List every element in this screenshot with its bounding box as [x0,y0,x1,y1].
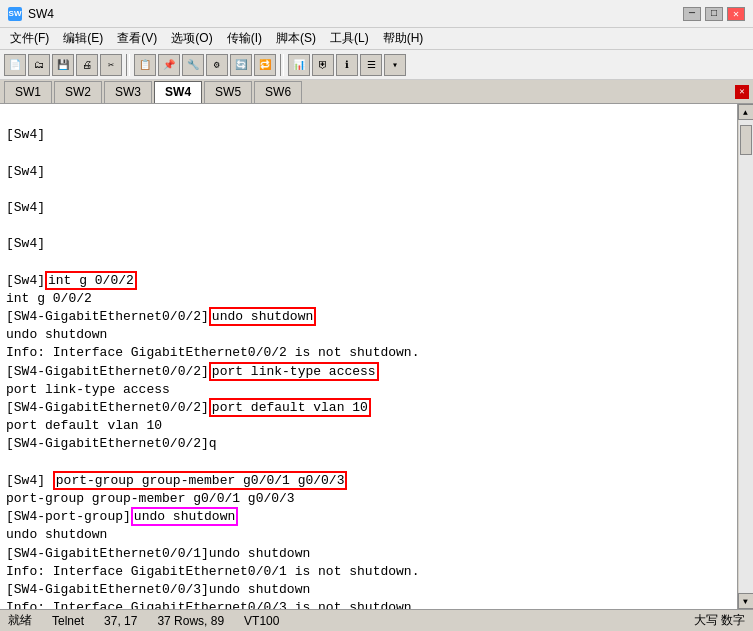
line-15: port link-type access [6,382,170,397]
line-14: [SW4-GigabitEthernet0/0/2]port link-type… [6,362,379,381]
status-position: 37, 17 [104,614,137,628]
tab-sw6[interactable]: SW6 [254,81,302,103]
separator-1 [126,54,130,76]
line-1: [Sw4] [6,127,45,142]
status-mode: 就绪 [8,612,32,629]
menu-tools[interactable]: 工具(L) [324,29,375,48]
toolbar-btn-14[interactable]: ℹ [336,54,358,76]
highlight-port-default-vlan-10: port default vlan 10 [209,398,371,417]
toolbar-btn-5[interactable]: ✂ [100,54,122,76]
line-18: [SW4-GigabitEthernet0/0/2]q [6,436,217,451]
line-25: Info: Interface GigabitEthernet0/0/1 is … [6,564,419,579]
highlight-undo-shutdown-2: undo shutdown [131,507,238,526]
status-ime: 大写 数字 [694,612,745,629]
toolbar: 📄 🗂 💾 🖨 ✂ 📋 📌 🔧 ⚙ 🔄 🔁 📊 ⛨ ℹ ☰ ▾ [0,50,753,80]
toolbar-btn-10[interactable]: 🔄 [230,54,252,76]
line-10: int g 0/0/2 [6,291,92,306]
highlight-port-link-type-1: port link-type access [209,362,379,381]
line-16: [SW4-GigabitEthernet0/0/2]port default v… [6,398,371,417]
line-22: [SW4-port-group]undo shutdown [6,507,238,526]
toolbar-btn-7[interactable]: 📌 [158,54,180,76]
status-protocol: Telnet [52,614,84,628]
scroll-up[interactable]: ▲ [738,104,754,120]
line-11: [SW4-GigabitEthernet0/0/2]undo shutdown [6,307,316,326]
maximize-button[interactable]: □ [705,7,723,21]
separator-2 [280,54,284,76]
menu-help[interactable]: 帮助(H) [377,29,430,48]
tabs-close-button[interactable]: ✕ [735,85,749,99]
tab-sw4[interactable]: SW4 [154,81,202,103]
title-left: SW SW4 [8,7,54,21]
scroll-thumb[interactable] [740,125,752,155]
toolbar-btn-16[interactable]: ▾ [384,54,406,76]
line-23: undo shutdown [6,527,107,542]
minimize-button[interactable]: ─ [683,7,701,21]
menu-view[interactable]: 查看(V) [111,29,163,48]
highlight-undo-shutdown-1: undo shutdown [209,307,316,326]
toolbar-btn-9[interactable]: ⚙ [206,54,228,76]
status-bar: 就绪 Telnet 37, 17 37 Rows, 89 VT100 大写 数字 [0,609,753,631]
menu-transfer[interactable]: 传输(I) [221,29,268,48]
scrollbar[interactable]: ▲ ▼ [737,104,753,609]
toolbar-btn-12[interactable]: 📊 [288,54,310,76]
tab-sw3[interactable]: SW3 [104,81,152,103]
status-terminal: VT100 [244,614,279,628]
line-13: Info: Interface GigabitEthernet0/0/2 is … [6,345,419,360]
toolbar-btn-13[interactable]: ⛨ [312,54,334,76]
toolbar-btn-2[interactable]: 🗂 [28,54,50,76]
line-21: port-group group-member g0/0/1 g0/0/3 [6,491,295,506]
menu-options[interactable]: 选项(O) [165,29,218,48]
close-button[interactable]: ✕ [727,7,745,21]
tab-sw2[interactable]: SW2 [54,81,102,103]
tab-sw1[interactable]: SW1 [4,81,52,103]
menu-edit[interactable]: 编辑(E) [57,29,109,48]
toolbar-btn-11[interactable]: 🔁 [254,54,276,76]
scroll-track[interactable] [739,120,753,593]
menu-script[interactable]: 脚本(S) [270,29,322,48]
line-27: Info: Interface GigabitEthernet0/0/3 is … [6,600,419,609]
line-7: [Sw4] [6,236,45,251]
highlight-int-cmd: int g 0/0/2 [45,271,137,290]
line-5: [Sw4] [6,200,45,215]
line-17: port default vlan 10 [6,418,162,433]
status-dimensions: 37 Rows, 89 [157,614,224,628]
scroll-down[interactable]: ▼ [738,593,754,609]
terminal-wrapper: [Sw4] [Sw4] [Sw4] [Sw4] [Sw4]int g 0/0/2… [0,104,753,609]
line-20: [Sw4] port-group group-member g0/0/1 g0/… [6,471,347,490]
toolbar-btn-4[interactable]: 🖨 [76,54,98,76]
line-12: undo shutdown [6,327,107,342]
menu-bar: 文件(F) 编辑(E) 查看(V) 选项(O) 传输(I) 脚本(S) 工具(L… [0,28,753,50]
toolbar-btn-3[interactable]: 💾 [52,54,74,76]
terminal-content[interactable]: [Sw4] [Sw4] [Sw4] [Sw4] [Sw4]int g 0/0/2… [0,104,737,609]
toolbar-btn-15[interactable]: ☰ [360,54,382,76]
line-3: [Sw4] [6,164,45,179]
toolbar-btn-8[interactable]: 🔧 [182,54,204,76]
tab-sw5[interactable]: SW5 [204,81,252,103]
window-title: SW4 [28,7,54,21]
line-9: [Sw4]int g 0/0/2 [6,271,137,290]
menu-file[interactable]: 文件(F) [4,29,55,48]
title-bar: SW SW4 ─ □ ✕ [0,0,753,28]
toolbar-btn-1[interactable]: 📄 [4,54,26,76]
line-24: [SW4-GigabitEthernet0/0/1]undo shutdown [6,546,310,561]
tabs-container: SW1 SW2 SW3 SW4 SW5 SW6 ✕ [0,80,753,104]
highlight-port-group-cmd: port-group group-member g0/0/1 g0/0/3 [53,471,348,490]
toolbar-btn-6[interactable]: 📋 [134,54,156,76]
line-26: [SW4-GigabitEthernet0/0/3]undo shutdown [6,582,310,597]
window-controls: ─ □ ✕ [683,7,745,21]
app-icon: SW [8,7,22,21]
